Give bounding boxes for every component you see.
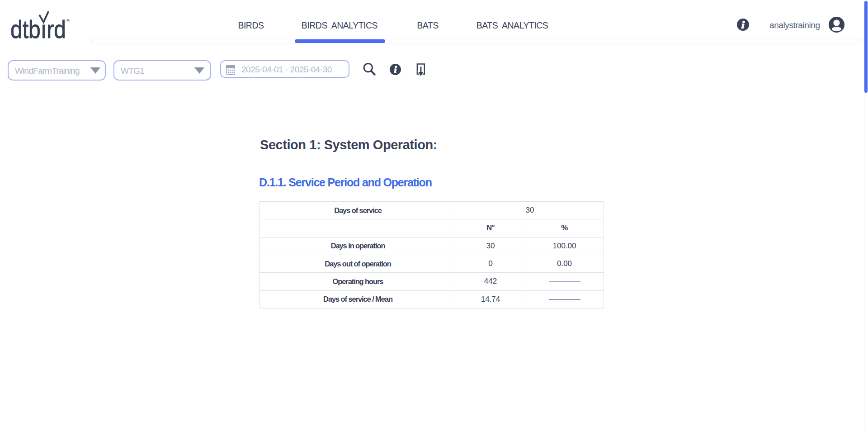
svg-text:®: ® — [66, 18, 70, 23]
svg-text:dtbırd: dtbırd — [10, 15, 66, 43]
